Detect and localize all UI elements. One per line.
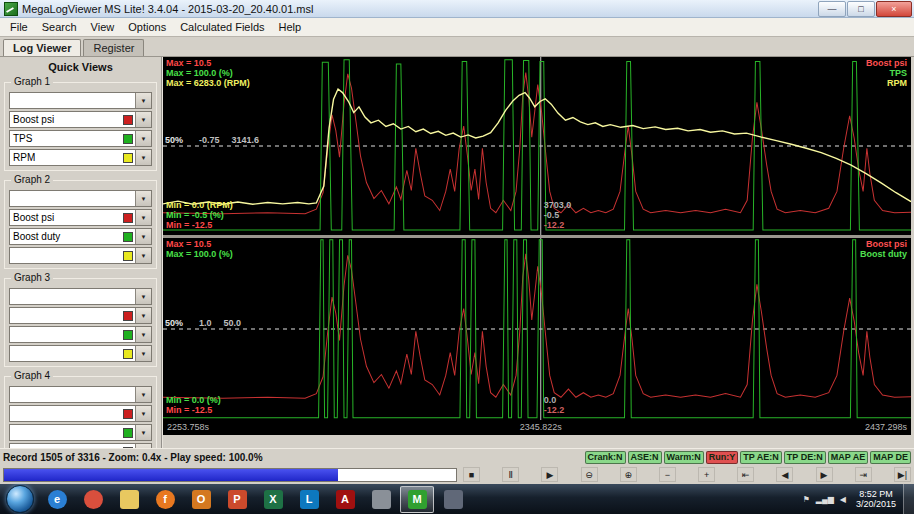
chevron-down-icon[interactable]: ▼: [135, 131, 151, 146]
graph-source-selector[interactable]: ▼: [9, 92, 152, 109]
quick-view-group-graph-4: Graph 4▼▼▼▼: [4, 376, 157, 448]
utility-app-icon: [372, 490, 391, 509]
step-back-button[interactable]: ◀: [776, 467, 793, 482]
field-selector-boost-psi[interactable]: Boost psi▼: [9, 209, 152, 226]
tab-log-viewer[interactable]: Log Viewer: [3, 39, 81, 56]
min-value-labels-entry: Min = 0.0 (%): [166, 395, 221, 405]
speed-up-button[interactable]: +: [698, 467, 715, 482]
graph-bottom[interactable]: Max = 10.5Max = 100.0 (%)Boost psiBoost …: [163, 238, 911, 420]
stop-button[interactable]: ■: [463, 467, 480, 482]
chevron-down-icon[interactable]: ▼: [135, 308, 151, 323]
chevron-down-icon[interactable]: ▼: [135, 210, 151, 225]
taskbar-utility-app[interactable]: [364, 486, 398, 513]
cursor-value-labels-entry: -12.2: [544, 405, 565, 415]
field-selector-item[interactable]: ▼: [9, 307, 152, 324]
playback-progress[interactable]: [3, 468, 457, 482]
chevron-down-icon[interactable]: ▼: [135, 406, 151, 421]
field-selector-item[interactable]: ▼: [9, 405, 152, 422]
maximize-button[interactable]: □: [847, 1, 875, 17]
minimize-button[interactable]: —: [818, 1, 846, 17]
show-desktop-button[interactable]: [903, 484, 914, 514]
play-to-end-button[interactable]: ▶|: [894, 467, 911, 482]
field-selector-item[interactable]: ▼: [9, 443, 152, 448]
speed-down-button[interactable]: −: [659, 467, 676, 482]
pause-button[interactable]: Ⅱ: [502, 467, 519, 482]
menu-view[interactable]: View: [84, 21, 122, 33]
chevron-down-icon[interactable]: ▼: [135, 289, 151, 304]
taskbar-lync[interactable]: L: [292, 486, 326, 513]
taskbar-powerpoint[interactable]: P: [220, 486, 254, 513]
skip-start-button[interactable]: ⇤: [737, 467, 754, 482]
field-selector-rpm[interactable]: RPM▼: [9, 149, 152, 166]
chevron-down-icon[interactable]: ▼: [135, 191, 151, 206]
volume-icon[interactable]: ◀: [840, 495, 846, 504]
field-color-swatch: [123, 349, 133, 359]
app-window: MegaLogViewer MS Lite! 3.4.04 - 2015-03-…: [0, 0, 914, 484]
field-selector-item[interactable]: ▼: [9, 326, 152, 343]
taskbar-windows-explorer[interactable]: [112, 486, 146, 513]
group-label: Graph 2: [11, 174, 53, 185]
chevron-down-icon[interactable]: ▼: [135, 150, 151, 165]
chevron-down-icon[interactable]: ▼: [135, 387, 151, 402]
taskbar-media-app[interactable]: [436, 486, 470, 513]
graph-source-selector[interactable]: ▼: [9, 190, 152, 207]
titlebar[interactable]: MegaLogViewer MS Lite! 3.4.04 - 2015-03-…: [0, 0, 914, 18]
action-center-icon[interactable]: ⚑: [803, 495, 810, 504]
chevron-down-icon[interactable]: ▼: [135, 327, 151, 342]
tab-register[interactable]: Register: [83, 39, 144, 56]
field-selector-item[interactable]: ▼: [9, 247, 152, 264]
skip-end-button[interactable]: ⇥: [855, 467, 872, 482]
taskbar-outlook[interactable]: O: [184, 486, 218, 513]
menu-help[interactable]: Help: [272, 21, 309, 33]
indicator-tp-ae-n: TP AE:N: [740, 451, 782, 464]
chevron-down-icon[interactable]: ▼: [135, 248, 151, 263]
field-selector-item[interactable]: ▼: [9, 345, 152, 362]
indicator-map-de: MAP DE: [870, 451, 911, 464]
field-selector-tps[interactable]: TPS▼: [9, 130, 152, 147]
network-icon[interactable]: ▂▄▆: [816, 495, 834, 504]
menu-options[interactable]: Options: [121, 21, 173, 33]
clock-time: 8:52 PM: [856, 489, 896, 499]
menu-calculated-fields[interactable]: Calculated Fields: [173, 21, 271, 33]
chevron-down-icon[interactable]: ▼: [135, 346, 151, 361]
start-button[interactable]: [6, 485, 34, 513]
play-button[interactable]: ▶: [541, 467, 558, 482]
series-legend-entry: Boost psi: [866, 58, 907, 68]
chevron-down-icon[interactable]: ▼: [135, 229, 151, 244]
menu-search[interactable]: Search: [35, 21, 84, 33]
max-value-labels-entry: Max = 10.5: [166, 58, 250, 68]
taskbar-excel[interactable]: X: [256, 486, 290, 513]
zoom-in-button[interactable]: ⊕: [620, 467, 637, 482]
taskbar-megalogviewer[interactable]: M: [400, 486, 434, 513]
taskbar-clock[interactable]: 8:52 PM 3/20/2015: [856, 489, 896, 509]
graph-source-selector[interactable]: ▼: [9, 386, 152, 403]
taskbar-firefox[interactable]: f: [148, 486, 182, 513]
taskbar-internet-explorer[interactable]: e: [40, 486, 74, 513]
taskbar-chrome[interactable]: [76, 486, 110, 513]
field-selector-boost-psi[interactable]: Boost psi▼: [9, 111, 152, 128]
field-color-swatch: [123, 153, 133, 163]
tray-icons: ⚑▂▄▆◀: [800, 495, 849, 504]
zoom-out-button[interactable]: ⊖: [581, 467, 598, 482]
series-legend-entry: RPM: [866, 78, 907, 88]
step-forward-button[interactable]: ▶: [816, 467, 833, 482]
taskbar-acrobat-reader[interactable]: A: [328, 486, 362, 513]
cursor-value-labels-entry: -12.2: [544, 220, 572, 230]
chevron-down-icon[interactable]: ▼: [135, 425, 151, 440]
min-value-labels-entry: Min = -12.5: [166, 220, 233, 230]
graph-top[interactable]: Max = 10.5Max = 100.0 (%)Max = 6283.0 (R…: [163, 57, 911, 235]
chevron-down-icon[interactable]: ▼: [135, 112, 151, 127]
field-color-swatch: [123, 428, 133, 438]
sidebar: Quick Views Graph 1▼Boost psi▼TPS▼RPM▼Gr…: [0, 57, 163, 448]
series-legend: Boost psiTPSRPM: [866, 58, 907, 88]
chevron-down-icon[interactable]: ▼: [135, 444, 151, 448]
field-selector-boost-duty[interactable]: Boost duty▼: [9, 228, 152, 245]
line-crossing-values: -0.753141.6: [199, 135, 259, 145]
field-selector-item[interactable]: ▼: [9, 424, 152, 441]
close-button[interactable]: ×: [876, 1, 912, 17]
chevron-down-icon[interactable]: ▼: [135, 93, 151, 108]
menu-file[interactable]: File: [3, 21, 35, 33]
field-color-swatch: [123, 251, 133, 261]
min-value-labels-entry: Min = 0.0 (RPM): [166, 200, 233, 210]
graph-source-selector[interactable]: ▼: [9, 288, 152, 305]
